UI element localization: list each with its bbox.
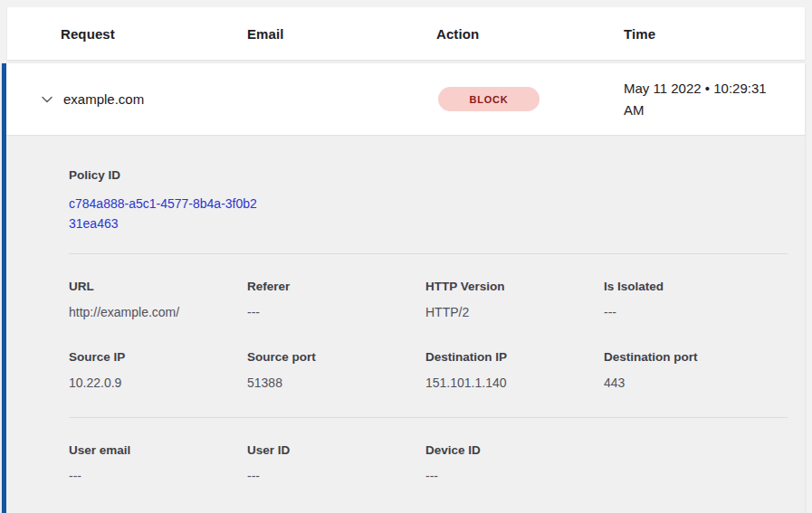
detail-field-label: URL [69,280,247,293]
log-row-expanded: example.com BLOCK May 11 2022 • 10:29:31… [2,63,805,513]
table-header: Request Email Action Time [7,7,805,60]
detail-field-value: 151.101.1.140 [425,375,604,390]
policy-id-label: Policy ID [69,168,788,182]
status-badge-block: BLOCK [438,87,540,111]
details-row-network: Source IP10.22.0.9Source port51388Destin… [69,350,788,390]
detail-field-label: Source IP [69,350,247,364]
detail-field-value: 51388 [247,375,425,390]
details-row-http: URLhttp://example.com/Referer---HTTP Ver… [69,280,788,319]
details-row-user: User email---User ID---Device ID--- [69,443,788,483]
detail-field: Destination port443 [604,350,782,390]
detail-field-value: http://example.com/ [69,305,247,319]
detail-field: User ID--- [247,443,425,483]
detail-field: HTTP VersionHTTP/2 [425,280,604,319]
action-cell: BLOCK [438,87,624,111]
detail-field-value: --- [247,305,425,319]
collapse-row-button[interactable] [38,90,56,109]
column-header-time: Time [624,26,805,42]
section-divider [69,253,788,254]
detail-field-value: --- [604,305,782,319]
detail-field-label: User ID [247,443,425,457]
detail-field-label: HTTP Version [425,280,604,293]
detail-field-label: Is Isolated [604,280,782,293]
section-divider [69,417,788,418]
detail-field: Referer--- [247,280,425,319]
detail-field-value: --- [69,469,247,483]
detail-field-value: HTTP/2 [425,305,604,319]
detail-field-label: Device ID [425,443,604,457]
request-details-panel: Policy ID c784a888-a5c1-4577-8b4a-3f0b23… [6,136,805,513]
table-row[interactable]: example.com BLOCK May 11 2022 • 10:29:31… [6,63,805,136]
detail-field: Source IP10.22.0.9 [69,350,247,390]
chevron-down-icon [40,92,54,107]
policy-id-section: Policy ID c784a888-a5c1-4577-8b4a-3f0b23… [69,168,788,233]
detail-field-label: Destination port [604,350,782,364]
detail-field-label: Destination IP [425,350,604,364]
detail-field-value: 443 [604,375,782,390]
detail-field: URLhttp://example.com/ [69,280,247,319]
column-header-request: Request [61,26,247,42]
request-time: May 11 2022 • 10:29:31 AM [624,78,792,121]
detail-field-value: --- [425,469,604,483]
detail-field: Destination IP151.101.1.140 [425,350,604,390]
detail-field-label: User email [69,443,247,457]
detail-field: Device ID--- [425,443,604,483]
detail-field-label: Source port [247,350,425,364]
detail-field: User email--- [69,443,247,483]
detail-field-value: 10.22.0.9 [69,375,247,390]
detail-field-value: --- [247,469,425,483]
detail-field: Source port51388 [247,350,425,390]
detail-field: Is Isolated--- [604,280,782,319]
column-header-action: Action [436,26,624,42]
policy-id-link[interactable]: c784a888-a5c1-4577-8b4a-3f0b231ea463 [69,194,263,233]
request-domain: example.com [63,91,438,107]
detail-field-label: Referer [247,280,425,293]
column-header-email: Email [247,26,436,42]
